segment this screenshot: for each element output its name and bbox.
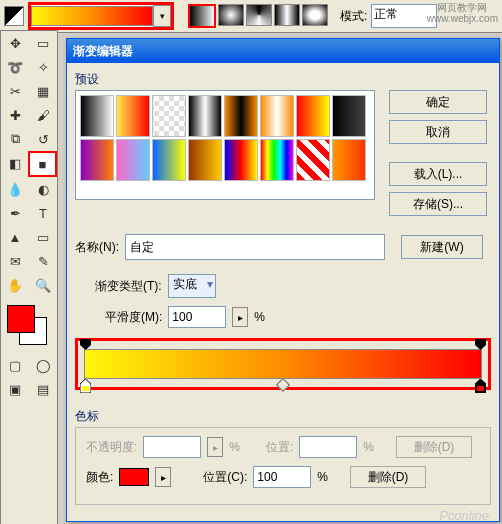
preset-swatch-10[interactable] (152, 139, 186, 181)
shape-tool[interactable]: ▭ (29, 225, 57, 249)
smooth-unit: % (254, 310, 265, 324)
position-c-label: 位置(C): (203, 469, 247, 486)
opacity-stop-right[interactable] (475, 339, 486, 350)
svg-rect-5 (477, 386, 484, 391)
gradient-editor-dialog: 渐变编辑器 预设 确定 取消 载入(L)... 存储(S)... 名称(N): … (66, 38, 500, 522)
diamond-gradient-button[interactable] (302, 4, 328, 26)
wand-tool[interactable]: ✧ (29, 55, 57, 79)
zoom-tool[interactable]: 🔍 (29, 273, 57, 297)
dialog-titlebar[interactable]: 渐变编辑器 (67, 39, 499, 63)
preset-swatch-7[interactable] (332, 95, 366, 137)
svg-rect-3 (82, 386, 89, 391)
delete-color-stop-button[interactable]: 删除(D) (350, 466, 426, 488)
linear-gradient-button[interactable] (188, 4, 216, 28)
ok-button[interactable]: 确定 (389, 90, 487, 114)
hand-tool[interactable]: ✋ (1, 273, 29, 297)
watermark-top: 网页教学网 www.webjx.com (427, 2, 498, 24)
opacity-input (143, 436, 201, 458)
gradient-type-select[interactable]: 实底 (168, 274, 216, 298)
preset-swatch-11[interactable] (188, 139, 222, 181)
watermark-text-2: www.webjx.com (427, 13, 498, 24)
smooth-label: 平滑度(M): (105, 309, 162, 326)
watermark-bottom: Pconline (439, 508, 489, 523)
dialog-title: 渐变编辑器 (73, 43, 133, 60)
stops-fieldset: 不透明度: ▸ % 位置: % 删除(D) 颜色: ▸ 位置(C): % 删 (75, 427, 491, 505)
new-button[interactable]: 新建(W) (401, 235, 483, 259)
marquee-tool[interactable]: ▭ (29, 31, 57, 55)
gradient-tool[interactable]: ■ (28, 151, 57, 177)
gradient-picker[interactable]: ▾ (28, 2, 174, 30)
screen-mode-std[interactable]: ▢ (1, 353, 29, 377)
smooth-stepper-icon[interactable]: ▸ (232, 307, 248, 327)
blur-tool[interactable]: 💧 (1, 177, 29, 201)
stamp-tool[interactable]: ⧉ (1, 127, 29, 151)
preset-swatch-2[interactable] (152, 95, 186, 137)
cancel-button[interactable]: 取消 (389, 120, 487, 144)
gradient-ramp[interactable] (84, 349, 482, 379)
opacity-unit: % (229, 440, 240, 454)
color-picker-arrow-icon[interactable]: ▸ (155, 467, 171, 487)
svg-marker-1 (475, 339, 486, 350)
watermark-text-1: 网页教学网 (427, 2, 498, 13)
preset-swatch-1[interactable] (116, 95, 150, 137)
position-unit: % (363, 440, 374, 454)
position-input (299, 436, 357, 458)
gradient-dropdown-icon[interactable]: ▾ (153, 5, 171, 27)
preset-swatch-8[interactable] (80, 139, 114, 181)
type-tool[interactable]: T (29, 201, 57, 225)
history-brush-tool[interactable]: ↺ (29, 127, 57, 151)
opacity-stepper-icon: ▸ (207, 437, 223, 457)
color-label: 颜色: (86, 469, 113, 486)
screen-mode-1[interactable]: ▣ (1, 377, 29, 401)
name-input[interactable] (125, 234, 385, 260)
lasso-tool[interactable]: ➰ (1, 55, 29, 79)
preset-swatch-3[interactable] (188, 95, 222, 137)
load-button[interactable]: 载入(L)... (389, 162, 487, 186)
gradient-preview-swatch (31, 6, 153, 26)
eyedropper-tool[interactable]: ✎ (29, 249, 57, 273)
preset-swatch-9[interactable] (116, 139, 150, 181)
preset-swatch-0[interactable] (80, 95, 114, 137)
color-stop-left[interactable] (80, 379, 91, 393)
brush-tool[interactable]: 🖌 (29, 103, 57, 127)
eraser-tool[interactable]: ◧ (1, 151, 28, 175)
crop-tool[interactable]: ✂ (1, 79, 29, 103)
screen-mode-2[interactable]: ▤ (29, 377, 57, 401)
mode-label: 模式: (340, 8, 367, 25)
foreground-color-swatch[interactable] (7, 305, 35, 333)
preset-swatch-5[interactable] (260, 95, 294, 137)
preset-swatch-15[interactable] (332, 139, 366, 181)
quick-mask[interactable]: ◯ (29, 353, 57, 377)
color-stop-right[interactable] (475, 379, 486, 393)
dodge-tool[interactable]: ◐ (29, 177, 57, 201)
heal-tool[interactable]: ✚ (1, 103, 29, 127)
pen-tool[interactable]: ✒ (1, 201, 29, 225)
move-tool[interactable]: ✥ (1, 31, 29, 55)
angle-gradient-button[interactable] (246, 4, 272, 26)
preset-swatch-12[interactable] (224, 139, 258, 181)
preset-grid[interactable] (75, 90, 375, 200)
dialog-side-buttons: 确定 取消 载入(L)... 存储(S)... (389, 90, 487, 216)
preset-swatch-13[interactable] (260, 139, 294, 181)
position-c-unit: % (317, 470, 328, 484)
preset-swatch-4[interactable] (224, 95, 258, 137)
stop-color-swatch[interactable] (119, 468, 149, 486)
save-button[interactable]: 存储(S)... (389, 192, 487, 216)
position-c-input[interactable] (253, 466, 311, 488)
path-select-tool[interactable]: ▲ (1, 225, 29, 249)
svg-marker-0 (80, 339, 91, 350)
opacity-label: 不透明度: (86, 439, 137, 456)
notes-tool[interactable]: ✉ (1, 249, 29, 273)
smooth-input[interactable] (168, 306, 226, 328)
gradient-type-group (188, 4, 328, 28)
midpoint-handle[interactable] (276, 378, 290, 392)
preset-swatch-6[interactable] (296, 95, 330, 137)
gradient-ramp-editor (75, 338, 491, 390)
slice-tool[interactable]: ▦ (29, 79, 57, 103)
preset-swatch-14[interactable] (296, 139, 330, 181)
radial-gradient-button[interactable] (218, 4, 244, 26)
reflected-gradient-button[interactable] (274, 4, 300, 26)
opacity-stop-left[interactable] (80, 339, 91, 350)
tool-preset-picker[interactable] (4, 6, 24, 26)
position-label: 位置: (266, 439, 293, 456)
